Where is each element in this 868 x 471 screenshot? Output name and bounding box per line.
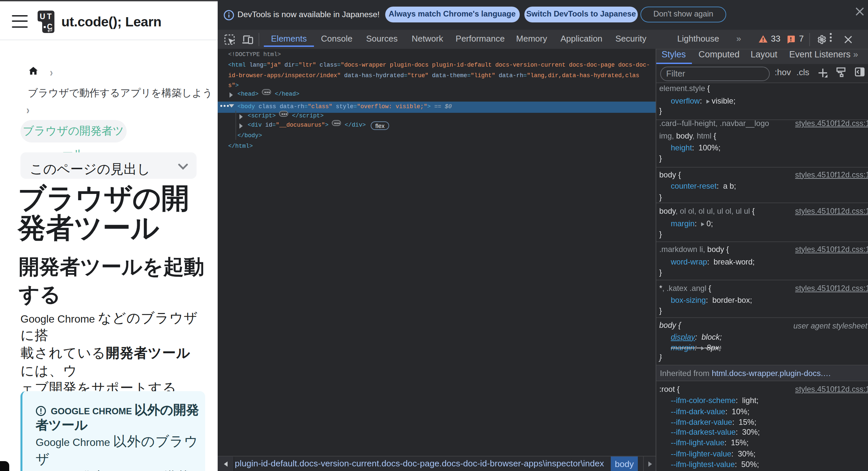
svg-text:U: U [39,12,45,21]
svg-text:T: T [46,12,51,21]
